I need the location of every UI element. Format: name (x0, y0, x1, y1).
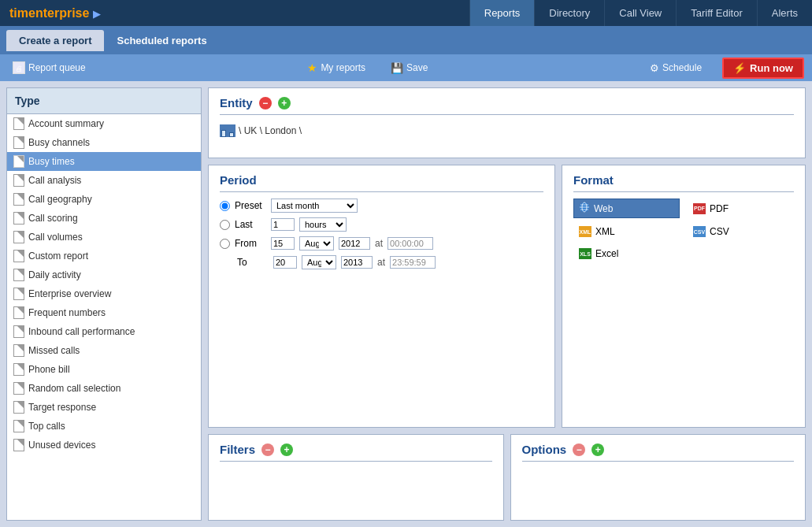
type-item[interactable]: Busy channels (7, 133, 201, 152)
to-month-select[interactable]: AugJanFebMar AprMayJunJul SepOctNovDec (302, 255, 336, 269)
type-item-icon (13, 325, 24, 338)
run-now-icon: ⚡ (733, 62, 746, 74)
type-list: Account summaryBusy channelsBusy timesCa… (7, 114, 201, 520)
entity-remove-button[interactable]: − (259, 97, 272, 109)
format-grid: Web PDF PDF XML XML CSV CSV (573, 199, 794, 262)
type-item-label: Phone bill (28, 364, 70, 375)
nav-tab-tariff-editor[interactable]: Tariff Editor (676, 0, 757, 26)
to-day-input[interactable] (273, 256, 297, 269)
type-item[interactable]: Random call selection (7, 379, 201, 398)
my-reports-button[interactable]: ★ My reports (302, 59, 370, 76)
type-item-label: Unused devices (28, 440, 95, 451)
save-button[interactable]: 💾 Save (386, 60, 432, 76)
type-item[interactable]: Daily activity (7, 265, 201, 284)
type-item[interactable]: Call analysis (7, 171, 201, 190)
type-item[interactable]: Phone bill (7, 360, 201, 379)
type-item-label: Random call selection (28, 383, 121, 394)
entity-path: \ UK \ London \ (220, 121, 794, 140)
options-add-button[interactable]: + (591, 443, 604, 456)
report-queue-button[interactable]: 🖨 Report queue (8, 59, 91, 76)
excel-label: Excel (595, 248, 618, 259)
last-number-input[interactable] (271, 218, 295, 231)
bottom-row: Filters − + Options − + (208, 434, 806, 521)
type-item[interactable]: Call volumes (7, 228, 201, 247)
from-radio[interactable] (220, 239, 230, 249)
period-preset-row: Preset Last month This month Last week T… (220, 199, 543, 213)
main-content: Type Account summaryBusy channelsBusy ti… (0, 81, 812, 527)
options-remove-button[interactable]: − (573, 443, 585, 456)
type-item[interactable]: Inbound call performance (7, 322, 201, 341)
type-item[interactable]: Call scoring (7, 209, 201, 228)
schedule-button[interactable]: ⚙ Schedule (645, 60, 706, 76)
nav-tab-call-view[interactable]: Call View (604, 0, 676, 26)
left-panel: Type Account summaryBusy channelsBusy ti… (6, 87, 202, 521)
web-icon (579, 202, 590, 215)
type-item[interactable]: Frequent numbers (7, 303, 201, 322)
from-label: From (235, 238, 266, 249)
filters-header: Filters − + (220, 443, 492, 462)
period-title: Period (220, 173, 257, 187)
type-item-label: Call analysis (28, 175, 81, 186)
save-label: Save (406, 62, 428, 73)
type-item[interactable]: Busy times (7, 152, 201, 171)
type-item[interactable]: Enterprise overview (7, 284, 201, 303)
preset-select[interactable]: Last month This month Last week This wee… (271, 199, 358, 213)
nav-tab-directory[interactable]: Directory (534, 0, 604, 26)
filters-add-button[interactable]: + (280, 443, 293, 456)
type-item[interactable]: Missed calls (7, 341, 201, 360)
format-xml[interactable]: XML XML (573, 223, 680, 240)
type-item-label: Call scoring (28, 213, 78, 224)
type-item-label: Busy channels (28, 137, 90, 148)
sub-nav: Create a report Scheduled reports (0, 26, 812, 54)
format-csv[interactable]: CSV CSV (688, 223, 794, 240)
pdf-icon: PDF (693, 203, 706, 214)
type-item[interactable]: Account summary (7, 114, 201, 133)
format-excel[interactable]: XLS Excel (573, 245, 680, 262)
type-item[interactable]: Top calls (7, 417, 201, 436)
to-time-input[interactable] (390, 256, 436, 269)
xml-icon: XML (579, 226, 591, 237)
type-item-label: Target response (28, 402, 96, 413)
type-item[interactable]: Custom report (7, 247, 201, 265)
type-item-icon (13, 363, 24, 376)
format-web[interactable]: Web (573, 199, 680, 218)
type-item-icon (13, 401, 24, 414)
nav-tab-reports[interactable]: Reports (469, 0, 535, 26)
type-item[interactable]: Target response (7, 398, 201, 417)
filters-remove-button[interactable]: − (261, 443, 274, 456)
type-item-label: Account summary (28, 118, 104, 129)
logo-accent: enterprise (28, 6, 89, 20)
type-item-icon (13, 250, 24, 262)
to-year-input[interactable] (341, 256, 373, 269)
type-item-label: Inbound call performance (28, 326, 135, 337)
options-header: Options − + (522, 443, 795, 462)
middle-row: Period Preset Last month This month Last… (208, 165, 806, 428)
star-icon: ★ (307, 61, 317, 74)
sub-tab-create-report[interactable]: Create a report (6, 30, 104, 51)
from-year-input[interactable] (339, 237, 370, 250)
type-item[interactable]: Unused devices (7, 436, 201, 455)
type-item-icon (13, 136, 24, 149)
run-now-button[interactable]: ⚡ Run now (722, 58, 804, 79)
web-label: Web (594, 203, 613, 214)
preset-radio[interactable] (220, 201, 230, 211)
format-pdf[interactable]: PDF PDF (688, 199, 794, 218)
entity-add-button[interactable]: + (278, 97, 291, 109)
last-unit-select[interactable]: hours days weeks months (299, 217, 347, 232)
nav-tab-alerts[interactable]: Alerts (757, 0, 812, 26)
last-label: Last (235, 219, 266, 230)
type-item[interactable]: Call geography (7, 190, 201, 209)
period-to-row: To AugJanFebMar AprMayJunJul SepOctNovDe… (220, 255, 543, 269)
from-month-select[interactable]: AugJanFebMar AprMayJunJul SepOctNovDec (299, 236, 334, 251)
entity-building-icon (220, 124, 235, 137)
sub-tab-scheduled-reports[interactable]: Scheduled reports (104, 30, 219, 51)
top-nav: timenterprise ▶ Reports Directory Call V… (0, 0, 812, 26)
entity-title: Entity (220, 96, 253, 109)
type-item-label: Top calls (28, 421, 65, 432)
my-reports-label: My reports (321, 62, 365, 73)
last-radio[interactable] (220, 220, 230, 230)
from-day-input[interactable] (271, 237, 295, 250)
type-item-label: Call geography (28, 194, 92, 205)
from-time-input[interactable] (387, 237, 433, 250)
logo-prefix: tim (9, 6, 28, 20)
